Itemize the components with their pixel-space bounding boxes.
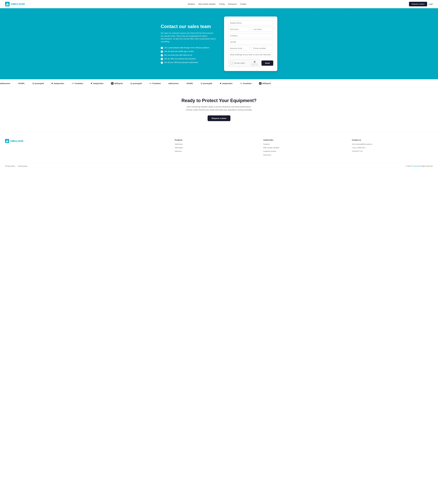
cta-heading: Ready to Protect Your Equipment? — [5, 98, 433, 103]
job-title-input[interactable] — [228, 40, 273, 45]
hero-heading: Contact our sales team — [161, 24, 217, 29]
check-icon-3 — [161, 54, 163, 56]
cookie-policy-link[interactable]: Cookie policy — [18, 165, 27, 167]
list-item: We can offer you industry best practices — [161, 58, 217, 60]
logo-journeyjolt-2: ⊡journeyjolt — [131, 82, 142, 84]
logo[interactable]: VIBCLOUD — [5, 2, 25, 6]
footer-why-monitor-link[interactable]: Why monitor vibration — [263, 147, 344, 149]
list-item: Get a personalized walk-through of the V… — [161, 47, 217, 49]
logo-wellconnect-2: wellconnect — [168, 82, 179, 84]
cta-request-demo-button[interactable]: Request a demo — [208, 115, 230, 121]
footer-contact-heading: Contact us — [352, 139, 433, 141]
footer-copyright: © 2024 ITnnovate All rights reserved. — [406, 165, 433, 167]
logo-truckwise-1: ≡≡Truckwise — [72, 82, 83, 84]
form-bottom-row: I'm not a robot ♻ reCAPTCHA Privacy - Te… — [228, 59, 273, 67]
send-button[interactable]: Send — [262, 60, 273, 66]
footer-logo-col: VIBCLOUD — [5, 139, 167, 157]
footer-bottom-links: Privacy policy Cookie policy — [5, 165, 28, 167]
svg-rect-8 — [7, 140, 8, 142]
footer-useful-heading: Useful links — [263, 139, 344, 141]
footer-bottom: Privacy policy Cookie policy © 2024 ITnn… — [5, 162, 433, 169]
login-button[interactable]: Login — [429, 3, 433, 5]
nav-links: Solutions Why monitor vibration Pricing … — [187, 3, 246, 5]
request-demo-input[interactable] — [228, 21, 273, 25]
cta-section: Ready to Protect Your Equipment? Start m… — [0, 88, 438, 131]
footer: VIBCLOUD Products VibeCheck VibAnalyse V… — [0, 131, 438, 169]
nav-solutions[interactable]: Solutions — [187, 3, 195, 5]
nav-contact[interactable]: Contact — [240, 3, 246, 5]
logo-jamjunction-3: ❋Jamjunction — [220, 82, 232, 84]
recaptcha-label: I'm not a robot — [234, 62, 245, 64]
check-icon-5 — [161, 62, 163, 64]
hero-content: Contact our sales team We value our cust… — [161, 24, 217, 64]
logo-wellconnect-1: wellconnect — [0, 82, 10, 84]
footer-contact-us-link[interactable]: CONTACT US — [352, 150, 433, 152]
privacy-policy-link[interactable]: Privacy policy — [5, 165, 15, 167]
footer-phone: (+61) 2 8006 2577 — [352, 147, 433, 149]
logos-track: wellconnect ≡GO3PL ⊡journeyjolt ❋Jamjunc… — [0, 82, 271, 85]
svg-rect-9 — [8, 141, 8, 142]
logo-truckwise-2: ≡≡Truckwise — [149, 82, 161, 84]
check-icon-1 — [161, 47, 163, 49]
footer-contact-col: Contact us info+vibcloud@itnnovate.eu (+… — [352, 139, 433, 157]
nav-why-monitor[interactable]: Why monitor vibration — [198, 3, 216, 5]
nav-pricing[interactable]: Pricing — [219, 3, 225, 5]
footer-academic-link[interactable]: Academic license — [263, 150, 344, 152]
hero-checklist: Get a personalized walk-through of the V… — [161, 47, 217, 64]
contact-form-card: I'm not a robot ♻ reCAPTCHA Privacy - Te… — [224, 16, 277, 71]
recaptcha-checkbox[interactable] — [230, 62, 233, 64]
itnnovate-link[interactable]: ITnnovate — [412, 165, 419, 167]
logo-truckwise-3: ≡≡Truckwise — [240, 82, 252, 84]
navbar: VIBCLOUD Solutions Why monitor vibration… — [0, 0, 438, 8]
logo-icon — [5, 2, 10, 6]
cta-description: Start monitoring vibration today to prev… — [5, 105, 433, 111]
request-demo-button[interactable]: Request a demo — [409, 2, 427, 6]
recaptcha-widget[interactable]: I'm not a robot ♻ reCAPTCHA Privacy - Te… — [228, 59, 260, 67]
nav-actions: Request a demo Login — [409, 2, 433, 6]
footer-email: info+vibcloud@itnnovate.eu — [352, 143, 433, 145]
first-name-input[interactable] — [228, 27, 250, 32]
business-email-input[interactable] — [228, 46, 250, 51]
list-item: Get all your VibCloud questions addresse… — [161, 61, 217, 64]
logo-text: VIBCLOUD — [11, 3, 25, 6]
nav-resources[interactable]: Resources — [228, 3, 237, 5]
svg-rect-1 — [6, 4, 6, 6]
company-input[interactable] — [228, 33, 273, 38]
svg-rect-6 — [6, 141, 6, 142]
logo-go3pl-2: ≡GO3PL — [186, 82, 193, 84]
footer-vibcloud-link[interactable]: VibCloud — [175, 150, 256, 152]
hero-description: We value our customers opinion and respe… — [161, 32, 217, 43]
footer-logo-icon — [5, 139, 9, 143]
last-name-input[interactable] — [252, 27, 273, 32]
logos-section: wellconnect ≡GO3PL ⊡journeyjolt ❋Jamjunc… — [0, 79, 438, 88]
footer-products-heading: Products — [175, 139, 256, 141]
footer-vibanalyse-link[interactable]: VibAnalyse — [175, 147, 256, 149]
list-item: See the web and mobile app in action — [161, 50, 217, 53]
logo-skillsprint-2: ▶ Skillsprint — [259, 82, 271, 85]
svg-rect-2 — [7, 3, 7, 6]
logo-jamjunction-2: ❋Jamjunction — [91, 82, 103, 84]
footer-vibecheck-link[interactable]: VibeCheck — [175, 143, 256, 145]
logo-jamjunction-1: ❋Jamjunction — [51, 82, 64, 84]
check-icon-2 — [161, 50, 163, 53]
logo-skillsprint-1: ▶ Skillsprint — [111, 82, 123, 85]
footer-products-col: Products VibeCheck VibAnalyse VibCloud — [175, 139, 256, 157]
footer-logo-text: VIBCLOUD — [10, 140, 23, 143]
footer-resources-link[interactable]: Resources — [263, 154, 344, 156]
recaptcha-logo: ♻ reCAPTCHA Privacy - Terms — [251, 60, 258, 66]
check-icon-4 — [161, 58, 163, 60]
list-item: We can assist you with initial set up — [161, 54, 217, 56]
hero-section: Contact our sales team We value our cust… — [0, 8, 438, 79]
phone-input[interactable] — [252, 46, 273, 51]
footer-useful-col: Useful links Features Why monitor vibrat… — [263, 139, 344, 157]
logo-journeyjolt-3: ⊡journeyjolt — [201, 82, 212, 84]
challenge-input[interactable] — [228, 52, 273, 57]
svg-rect-7 — [6, 140, 7, 142]
footer-features-link[interactable]: Features — [263, 143, 344, 145]
svg-rect-4 — [8, 4, 9, 6]
name-row — [228, 27, 273, 33]
logo-go3pl-1: ≡GO3PL — [18, 82, 25, 84]
logo-journeyjolt-1: ⊡journeyjolt — [33, 82, 44, 84]
contact-row — [228, 46, 273, 52]
svg-rect-3 — [7, 3, 8, 6]
